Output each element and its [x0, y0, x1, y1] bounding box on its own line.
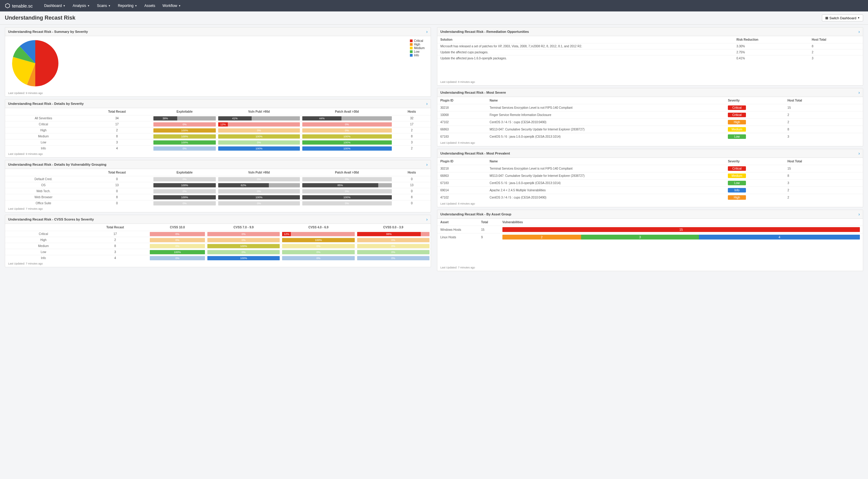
brand-logo: tenable.sc: [5, 3, 33, 8]
table-row[interactable]: Microsoft has released a set of patches …: [437, 43, 863, 50]
panel-title: Understanding Recast Risk - CVSS Scores …: [8, 218, 94, 221]
table-row[interactable]: All Severities3438%41%44%32: [5, 116, 431, 121]
table-row[interactable]: 66863MS13-047: Cumulative Security Updat…: [437, 172, 863, 180]
table-row[interactable]: High20%0%100%0%: [5, 237, 431, 243]
nav-item-assets[interactable]: Assets: [142, 2, 158, 9]
table-row[interactable]: 47102CentOS 3 / 4 / 5 : cups (CESA-2010:…: [437, 194, 863, 201]
table-row[interactable]: Low3100%0%100%3: [5, 139, 431, 146]
severity-badge: Low: [728, 181, 746, 185]
pie-slice-critical[interactable]: [35, 40, 59, 87]
details-severity-table: Total RecastExploitableVuln Publ >90dPat…: [5, 108, 431, 151]
table-row[interactable]: Critical170%0%12%88%: [5, 231, 431, 237]
panel-cvss-scores: Understanding Recast Risk - CVSS Scores …: [5, 215, 431, 267]
panel-footer: Last Updated: 7 minutes ago: [437, 265, 863, 271]
panel-footer: Last Updated: 9 minutes ago: [5, 90, 431, 96]
severity-badge: High: [728, 195, 746, 200]
table-row[interactable]: 10068Finger Service Remote Information D…: [437, 111, 863, 119]
nav-item-analysis[interactable]: Analysis ▼: [70, 2, 92, 9]
legend-item: Critical: [410, 39, 425, 42]
nav-item-scans[interactable]: Scans ▼: [95, 2, 113, 9]
table-row[interactable]: Linux Hosts9234: [437, 233, 863, 241]
switch-dashboard-button[interactable]: ▦ Switch Dashboard ▼: [822, 14, 863, 21]
panel-title: Understanding Recast Risk - By Asset Gro…: [440, 213, 512, 216]
caret-down-icon: ▼: [63, 4, 65, 7]
legend-swatch: [410, 54, 412, 57]
caret-down-icon: ▼: [87, 4, 90, 7]
table-row[interactable]: Update the affected cups packages.2.75%2: [437, 50, 863, 56]
panel-most-severe: Understanding Recast Risk - Most Severe›…: [437, 88, 863, 147]
panel-footer: Last Updated: 9 minutes ago: [5, 151, 431, 157]
table-row[interactable]: 30218Terminal Services Encryption Level …: [437, 165, 863, 172]
severity-badge: Medium: [728, 127, 746, 132]
table-row[interactable]: 30218Terminal Services Encryption Level …: [437, 104, 863, 111]
caret-down-icon: ▼: [858, 17, 860, 19]
caret-down-icon: ▼: [179, 4, 181, 7]
table-row[interactable]: Office Suite00%0%0%0: [5, 200, 431, 206]
right-column: Understanding Recast Risk - Remediation …: [437, 27, 863, 271]
nav-item-workflow[interactable]: Workflow ▼: [160, 2, 183, 9]
table-row[interactable]: Update the affected java-1.6.0-openjdk p…: [437, 56, 863, 61]
chevron-right-icon[interactable]: ›: [858, 29, 860, 34]
severity-badge: Low: [728, 134, 746, 139]
nav-item-reporting[interactable]: Reporting ▼: [116, 2, 140, 9]
table-row[interactable]: Windows Hosts1515: [437, 226, 863, 233]
table-row[interactable]: 67183CentOS 5 / 6 : java-1.6.0-openjdk (…: [437, 180, 863, 187]
nav-item-dashboard[interactable]: Dashboard ▼: [41, 2, 68, 9]
svg-marker-0: [5, 4, 10, 8]
chevron-right-icon[interactable]: ›: [426, 217, 428, 222]
legend-swatch: [410, 50, 412, 53]
table-row[interactable]: Web Browser8100%100%100%8: [5, 194, 431, 200]
asset-bar-segment: 15: [502, 227, 860, 232]
table-row[interactable]: 67183CentOS 5 / 6 : java-1.6.0-openjdk (…: [437, 133, 863, 140]
legend-label: Info: [414, 54, 419, 57]
legend-item: Medium: [410, 46, 425, 50]
chevron-right-icon[interactable]: ›: [426, 29, 428, 34]
top-navbar: tenable.sc Dashboard ▼Analysis ▼Scans ▼R…: [0, 0, 868, 11]
details-grouping-table: Total RecastExploitableVuln Publ >90dPat…: [5, 169, 431, 206]
chevron-right-icon[interactable]: ›: [858, 151, 860, 156]
left-column: Understanding Recast Risk - Summary by S…: [5, 27, 431, 271]
severity-badge: Critical: [728, 166, 746, 171]
legend-item: Info: [410, 54, 425, 57]
panel-summary-severity: Understanding Recast Risk - Summary by S…: [5, 27, 431, 97]
table-row[interactable]: 69014Apache 2.4 < 2.4.5 Multiple Vulnera…: [437, 187, 863, 194]
table-row[interactable]: 66863MS13-047: Cumulative Security Updat…: [437, 126, 863, 133]
table-row[interactable]: Medium8100%100%100%8: [5, 133, 431, 139]
table-row[interactable]: Low3100%0%0%0%: [5, 249, 431, 255]
table-row[interactable]: Info40%100%100%2: [5, 146, 431, 152]
table-row[interactable]: 47102CentOS 3 / 4 / 5 : cups (CESA-2010:…: [437, 119, 863, 126]
legend-label: Low: [414, 50, 419, 53]
chevron-right-icon[interactable]: ›: [426, 162, 428, 167]
chevron-right-icon[interactable]: ›: [858, 90, 860, 95]
severity-badge: Critical: [728, 105, 746, 110]
chevron-right-icon[interactable]: ›: [858, 212, 860, 217]
caret-down-icon: ▼: [108, 4, 111, 7]
severity-badge: Critical: [728, 113, 746, 117]
severity-badge: Medium: [728, 173, 746, 178]
caret-down-icon: ▼: [135, 4, 137, 7]
table-row[interactable]: OS13100%62%85%13: [5, 182, 431, 188]
chevron-right-icon[interactable]: ›: [426, 101, 428, 106]
panel-footer: Last Updated: 8 minutes ago: [437, 201, 863, 207]
pie-chart: [11, 39, 59, 87]
legend-label: Medium: [414, 46, 425, 50]
hexagon-icon: [5, 3, 10, 8]
legend-label: Critical: [414, 39, 423, 42]
table-row[interactable]: Default Cred.00%0%0%0: [5, 176, 431, 182]
table-row[interactable]: Medium80%100%0%0%: [5, 243, 431, 249]
table-row[interactable]: Info40%100%0%0%: [5, 255, 431, 261]
panel-title: Understanding Recast Risk - Most Prevale…: [440, 152, 510, 155]
table-row[interactable]: Web Tech.00%0%0%0: [5, 188, 431, 194]
most-severe-table: Plugin IDNameSeverityHost Total30218Term…: [437, 97, 863, 140]
panel-title: Understanding Recast Risk - Details by V…: [8, 163, 106, 166]
table-row[interactable]: High2100%0%0%2: [5, 127, 431, 133]
legend-swatch: [410, 47, 412, 50]
grid-icon: ▦: [825, 16, 828, 20]
panel-title: Understanding Recast Risk - Details by S…: [8, 102, 84, 105]
legend-swatch: [410, 39, 412, 42]
main-nav: Dashboard ▼Analysis ▼Scans ▼Reporting ▼A…: [41, 2, 183, 9]
panel-asset-group: Understanding Recast Risk - By Asset Gro…: [437, 210, 863, 271]
pie-legend: CriticalHighMediumLowInfo: [410, 39, 425, 57]
table-row[interactable]: Critical170%12%0%17: [5, 121, 431, 127]
cvss-table: Total RecastCVSS 10.0CVSS 7.0 - 9.9CVSS …: [5, 224, 431, 261]
